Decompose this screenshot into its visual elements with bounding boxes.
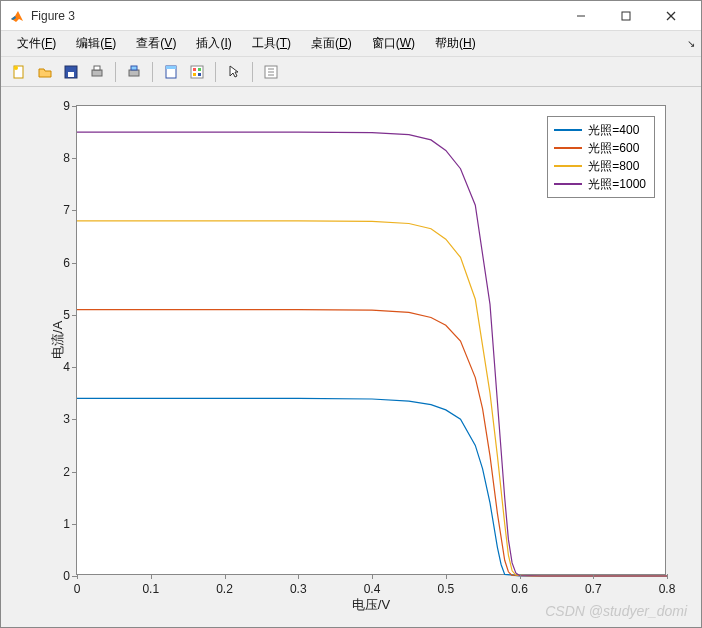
menu-bar: 文件(F)编辑(E)查看(V)插入(I)工具(T)桌面(D)窗口(W)帮助(H)… <box>1 31 701 57</box>
menu-item-6[interactable]: 窗口(W) <box>362 32 425 55</box>
svg-rect-8 <box>92 70 102 76</box>
svg-rect-13 <box>166 66 176 69</box>
y-tick <box>72 106 77 107</box>
y-tick-label: 7 <box>55 203 70 217</box>
svg-rect-17 <box>193 73 196 76</box>
y-tick-label: 4 <box>55 360 70 374</box>
menu-item-2[interactable]: 查看(V) <box>126 32 186 55</box>
y-tick-label: 2 <box>55 465 70 479</box>
toolbar <box>1 57 701 87</box>
x-tick-label: 0.6 <box>511 582 528 596</box>
toolbar-print-button[interactable] <box>85 60 109 84</box>
x-tick-label: 0.4 <box>364 582 381 596</box>
y-tick-label: 0 <box>55 569 70 583</box>
legend-swatch <box>554 183 582 185</box>
y-tick <box>72 524 77 525</box>
menu-item-4[interactable]: 工具(T) <box>242 32 301 55</box>
y-tick <box>72 419 77 420</box>
watermark: CSDN @studyer_domi <box>545 603 687 619</box>
legend-entry-2[interactable]: 光照=800 <box>554 157 646 175</box>
window-title: Figure 3 <box>31 9 558 23</box>
toolbar-separator <box>115 62 116 82</box>
toolbar-print-preview-button[interactable] <box>122 60 146 84</box>
toolbar-open-button[interactable] <box>33 60 57 84</box>
y-tick <box>72 263 77 264</box>
maximize-button[interactable] <box>603 1 648 31</box>
x-tick <box>593 574 594 579</box>
y-tick <box>72 367 77 368</box>
legend-swatch <box>554 165 582 167</box>
legend-label: 光照=600 <box>588 140 639 157</box>
x-tick <box>667 574 668 579</box>
legend-label: 光照=1000 <box>588 176 646 193</box>
toolbar-separator <box>152 62 153 82</box>
svg-rect-10 <box>129 70 139 76</box>
menu-item-3[interactable]: 插入(I) <box>186 32 241 55</box>
y-tick-label: 9 <box>55 99 70 113</box>
x-tick <box>446 574 447 579</box>
menu-item-7[interactable]: 帮助(H) <box>425 32 486 55</box>
toolbar-separator <box>252 62 253 82</box>
x-tick-label: 0.5 <box>437 582 454 596</box>
close-button[interactable] <box>648 1 693 31</box>
minimize-button[interactable] <box>558 1 603 31</box>
svg-rect-14 <box>191 66 203 78</box>
legend-swatch <box>554 147 582 149</box>
legend-label: 光照=800 <box>588 158 639 175</box>
menu-overflow-icon[interactable]: ↘ <box>687 38 695 49</box>
svg-point-5 <box>14 66 18 70</box>
y-tick-label: 1 <box>55 517 70 531</box>
series-line-1 <box>77 310 667 576</box>
menu-item-1[interactable]: 编辑(E) <box>66 32 126 55</box>
x-tick-label: 0 <box>74 582 81 596</box>
x-tick <box>77 574 78 579</box>
svg-rect-16 <box>198 68 201 71</box>
x-tick-label: 0.3 <box>290 582 307 596</box>
toolbar-link-button[interactable] <box>159 60 183 84</box>
legend-label: 光照=400 <box>588 122 639 139</box>
toolbar-insert-button[interactable] <box>259 60 283 84</box>
y-tick-label: 3 <box>55 412 70 426</box>
y-axis-label: 电流/A <box>49 321 67 359</box>
y-tick <box>72 158 77 159</box>
x-tick-label: 0.8 <box>659 582 676 596</box>
legend-entry-3[interactable]: 光照=1000 <box>554 175 646 193</box>
figure-window: Figure 3 文件(F)编辑(E)查看(V)插入(I)工具(T)桌面(D)窗… <box>0 0 702 628</box>
y-tick <box>72 210 77 211</box>
y-tick <box>72 576 77 577</box>
svg-rect-18 <box>198 73 201 76</box>
axes: 光照=400光照=600光照=800光照=1000 电压/V 电流/A 00.1… <box>76 105 666 575</box>
x-tick-label: 0.1 <box>142 582 159 596</box>
y-tick-label: 5 <box>55 308 70 322</box>
x-tick-label: 0.2 <box>216 582 233 596</box>
toolbar-brush-button[interactable] <box>185 60 209 84</box>
svg-rect-7 <box>68 72 74 77</box>
svg-rect-15 <box>193 68 196 71</box>
x-tick <box>151 574 152 579</box>
matlab-icon <box>9 8 25 24</box>
x-tick <box>520 574 521 579</box>
x-axis-label: 电压/V <box>352 596 390 614</box>
legend[interactable]: 光照=400光照=600光照=800光照=1000 <box>547 116 655 198</box>
legend-entry-1[interactable]: 光照=600 <box>554 139 646 157</box>
toolbar-new-button[interactable] <box>7 60 31 84</box>
menu-item-5[interactable]: 桌面(D) <box>301 32 362 55</box>
plot-canvas: 光照=400光照=600光照=800光照=1000 电压/V 电流/A 00.1… <box>1 87 701 627</box>
legend-entry-0[interactable]: 光照=400 <box>554 121 646 139</box>
title-bar: Figure 3 <box>1 1 701 31</box>
x-tick <box>225 574 226 579</box>
toolbar-separator <box>215 62 216 82</box>
y-tick-label: 6 <box>55 256 70 270</box>
toolbar-save-button[interactable] <box>59 60 83 84</box>
svg-rect-9 <box>94 66 100 70</box>
y-tick <box>72 315 77 316</box>
x-tick-label: 0.7 <box>585 582 602 596</box>
toolbar-pointer-button[interactable] <box>222 60 246 84</box>
svg-rect-11 <box>131 66 137 70</box>
svg-rect-1 <box>622 12 630 20</box>
series-line-3 <box>77 132 667 576</box>
y-tick-label: 8 <box>55 151 70 165</box>
menu-item-0[interactable]: 文件(F) <box>7 32 66 55</box>
series-line-0 <box>77 398 667 576</box>
legend-swatch <box>554 129 582 131</box>
